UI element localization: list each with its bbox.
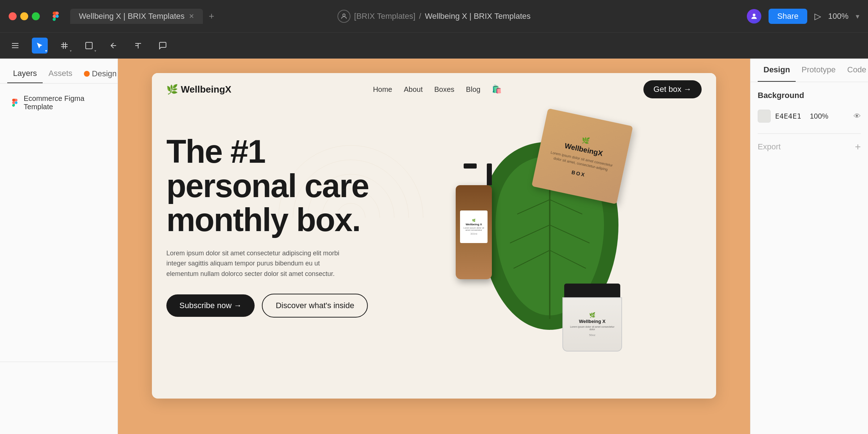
left-panel: Layers Assets Design ▾ Ec xyxy=(0,59,118,434)
brand-icon: 🌿 xyxy=(166,84,178,95)
export-section-label: Export xyxy=(758,142,781,152)
pen-tool-button[interactable] xyxy=(106,38,122,54)
main-layout: Layers Assets Design ▾ Ec xyxy=(0,59,868,434)
nav-links: Home About Boxes Blog 🛍️ xyxy=(373,85,502,94)
bottle-sub-text: Lorem ipsum dolor sit amet consectetur xyxy=(462,227,485,231)
hero-image-area: 🌿 WellbeingX Lorem ipsum dolor sit amet … xyxy=(369,120,702,359)
tab-layers[interactable]: Layers xyxy=(7,64,43,83)
right-panel-content: Background E4E4E1 100% 👁 Export + xyxy=(750,82,868,161)
zoom-level: 100% xyxy=(828,12,848,21)
close-window-button[interactable] xyxy=(9,12,17,20)
subscribe-button[interactable]: Subscribe now → xyxy=(166,294,255,317)
nav-boxes[interactable]: Boxes xyxy=(434,85,455,94)
panel-tabs: Layers Assets Design ▾ xyxy=(0,59,118,84)
titlebar-right: Share ▷ 100% ▾ xyxy=(747,9,859,24)
frame-tool-button[interactable]: ▾ xyxy=(56,38,72,54)
titlebar: Wellbeing X | BRIX Templates ✕ + [BRIX T… xyxy=(0,0,868,33)
breadcrumb-file: Wellbeing X | BRIX Templates xyxy=(425,12,531,21)
jar-sub-text: Lorem ipsum dolor sit amet consectetur d… xyxy=(567,326,617,331)
shape-tool-button[interactable]: ▾ xyxy=(81,38,97,54)
cart-icon[interactable]: 🛍️ xyxy=(492,85,502,94)
get-box-button[interactable]: Get box → xyxy=(643,80,702,98)
figma-logo xyxy=(50,10,61,22)
nav-blog[interactable]: Blog xyxy=(466,85,480,94)
svg-rect-5 xyxy=(86,42,92,49)
right-panel-tabs: Design Prototype Code xyxy=(750,59,868,82)
tab-close-icon[interactable]: ✕ xyxy=(189,12,194,20)
box-label-text: BOX xyxy=(571,169,586,178)
tab-bar: Wellbeing X | BRIX Templates ✕ + xyxy=(70,9,220,24)
design-dot-icon xyxy=(84,71,90,77)
nav-home[interactable]: Home xyxy=(373,85,392,94)
canvas-area[interactable]: 🌿 WellbeingX Home About Boxes Blog 🛍️ Ge… xyxy=(118,59,750,434)
svg-point-1 xyxy=(753,13,755,16)
tab-code[interactable]: Code xyxy=(842,59,868,82)
jar-product: 🌿 Wellbeing X Lorem ipsum dolor sit amet… xyxy=(564,284,622,352)
bottle-size-text: 300ml xyxy=(470,233,477,235)
design-badge-label: Design xyxy=(92,69,116,78)
traffic-lights xyxy=(9,12,40,20)
layer-item[interactable]: Ecommerce Figma Template xyxy=(7,91,110,115)
design-frame: 🌿 WellbeingX Home About Boxes Blog 🛍️ Ge… xyxy=(152,73,716,399)
background-color-hex: E4E4E1 xyxy=(775,112,801,120)
select-tool-button[interactable]: ▾ xyxy=(32,38,48,54)
background-section-label: Background xyxy=(758,91,861,100)
brand-text: WellbeingX xyxy=(181,84,231,95)
bottle-product: 🌿 Wellbeing X Lorem ipsum dolor sit amet… xyxy=(456,163,492,279)
layers-panel-content: Ecommerce Figma Template xyxy=(0,84,118,362)
breadcrumb: [BRIX Templates] / Wellbeing X | BRIX Te… xyxy=(337,10,531,23)
minimize-window-button[interactable] xyxy=(20,12,28,20)
comment-tool-button[interactable] xyxy=(155,38,171,54)
svg-point-0 xyxy=(343,14,345,16)
hero-heading-line1: The #1 xyxy=(166,133,265,170)
export-row: Export + xyxy=(758,141,861,153)
tab-design[interactable]: Design xyxy=(758,59,796,82)
share-button[interactable]: Share xyxy=(769,9,807,24)
user-avatar xyxy=(337,10,350,23)
menu-button[interactable] xyxy=(7,38,23,54)
zoom-chevron-icon[interactable]: ▾ xyxy=(856,12,859,21)
jar-size-text: 50oz xyxy=(589,333,595,337)
panel-bottom-space xyxy=(0,362,118,434)
background-color-opacity: 100% xyxy=(810,112,828,120)
layer-name-label: Ecommerce Figma Template xyxy=(24,94,108,111)
hero-section: The #1 personal care monthly box. Lorem … xyxy=(152,106,716,359)
frame-nav: 🌿 WellbeingX Home About Boxes Blog 🛍️ Ge… xyxy=(152,73,716,106)
background-color-row: E4E4E1 100% 👁 xyxy=(758,106,861,126)
add-tab-button[interactable]: + xyxy=(203,10,220,22)
visibility-toggle-icon[interactable]: 👁 xyxy=(854,112,861,120)
figma-component-icon xyxy=(10,98,20,108)
tab-assets[interactable]: Assets xyxy=(43,64,78,83)
nav-about[interactable]: About xyxy=(404,85,422,94)
background-color-swatch[interactable] xyxy=(758,110,771,123)
text-tool-button[interactable] xyxy=(130,38,146,54)
tab-prototype[interactable]: Prototype xyxy=(796,59,841,82)
breadcrumb-team: [BRIX Templates] xyxy=(354,12,416,21)
maximize-window-button[interactable] xyxy=(32,12,40,20)
present-button[interactable]: ▷ xyxy=(814,11,821,21)
brand-logo: 🌿 WellbeingX xyxy=(166,84,231,95)
product-container: 🌿 WellbeingX Lorem ipsum dolor sit amet … xyxy=(445,113,626,359)
box-icon: 🌿 xyxy=(581,135,590,145)
jar-brand-text: Wellbeing X xyxy=(579,319,605,324)
breadcrumb-separator: / xyxy=(419,12,421,21)
bottle-brand-text: Wellbeing X xyxy=(465,223,482,226)
divider xyxy=(758,133,861,134)
export-add-button[interactable]: + xyxy=(855,141,861,153)
user-avatar-purple xyxy=(747,9,761,24)
right-panel: Design Prototype Code Background E4E4E1 … xyxy=(750,59,868,434)
tab-title: Wellbeing X | BRIX Templates xyxy=(79,12,184,21)
toolbar: ▾ ▾ ▾ xyxy=(0,33,868,59)
active-tab[interactable]: Wellbeing X | BRIX Templates ✕ xyxy=(70,9,203,24)
